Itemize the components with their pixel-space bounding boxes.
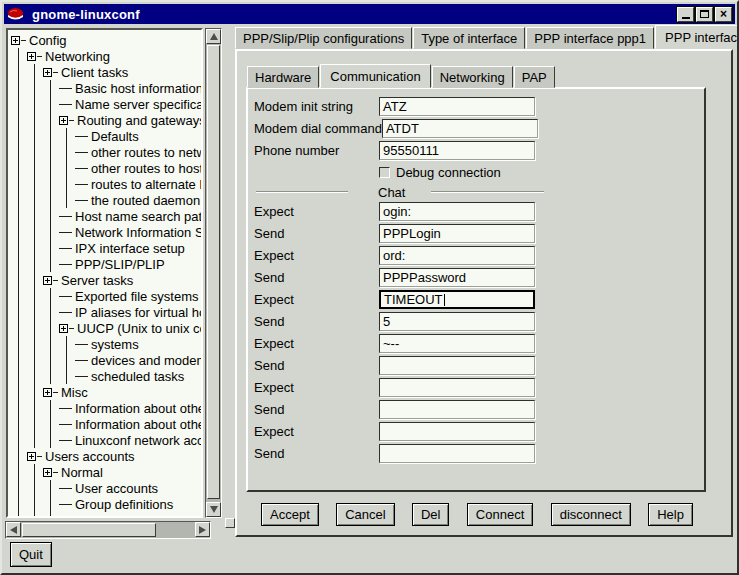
scroll-down-button[interactable] [206,502,221,517]
tree-expander-icon[interactable] [59,116,68,125]
tree-item-scheduled-tasks[interactable]: scheduled tasks [11,368,201,384]
scroll-right-button[interactable] [195,522,210,537]
field-phone-number-input[interactable]: 95550111 [379,141,535,160]
connect-button[interactable]: Connect [467,503,533,526]
tree-item-systems[interactable]: systems [11,336,201,352]
tree-item-misc[interactable]: Misc [11,384,201,400]
chat-expect-8-input[interactable] [379,378,535,397]
tree-expander-icon[interactable] [43,276,52,285]
chat-expect-2-input[interactable]: ord: [379,246,535,265]
tree-expander-icon[interactable] [27,52,36,61]
horizontal-scroll-thumb[interactable] [22,523,156,537]
tree-expander-icon[interactable] [43,68,52,77]
titlebar[interactable]: gnome-linuxconf × [4,4,735,24]
tree-expander-icon[interactable] [59,324,68,333]
tree-item-ip-aliases-for-virtual-hosts[interactable]: IP aliases for virtual hosts [11,304,201,320]
tree-item-label: UUCP (Unix to unix copy) [74,321,203,336]
close-button[interactable]: × [715,7,732,22]
config-tree[interactable]: ConfigNetworkingClient tasksBasic host i… [6,28,203,518]
tree-item-defaults[interactable]: Defaults [11,128,201,144]
tree-expander-icon[interactable] [11,36,20,45]
tree-item-routes-to-alternate-local-ne[interactable]: routes to alternate local ne [11,176,201,192]
chat-send-9-input[interactable] [379,400,535,419]
tree-indent-line [43,256,59,272]
chat-send-3-input[interactable]: PPPPassword [379,268,535,287]
tree-item-host-name-search-path[interactable]: Host name search path [11,208,201,224]
scroll-up-button[interactable] [206,29,221,44]
field-modem-dial-command-input[interactable]: ATDT [382,119,538,138]
tree-item-name-server-specification[interactable]: Name server specification ( [11,96,201,112]
tab-ppp-interface-ppp1-2[interactable]: PPP interface ppp1 [526,27,654,49]
tab-ppp-interface-ppp1-3[interactable]: PPP interface ppp1 [655,25,739,49]
minimize-button[interactable] [677,7,694,22]
scroll-left-button[interactable] [6,522,21,537]
tree-item-label: Config [26,33,67,48]
disconnect-button[interactable]: disconnect [551,503,631,526]
help-button[interactable]: Help [648,503,693,526]
chat-send-11-input[interactable] [379,444,535,463]
accept-button[interactable]: Accept [261,503,319,526]
tab-type-of-interface-1[interactable]: Type of interface [413,27,525,49]
chat-expect-10-input[interactable] [379,422,535,441]
tree-item-information-about-other-netw[interactable]: Information about other netw [11,416,201,432]
tree-indent-line [11,352,27,368]
tree-vertical-scrollbar[interactable] [205,28,222,518]
debug-connection-checkbox[interactable] [379,167,390,178]
tree-item-other-routes-to-networks[interactable]: other routes to networks [11,144,201,160]
tree-item-information-about-other-host[interactable]: Information about other host [11,400,201,416]
chat-send-7-input[interactable] [379,356,535,375]
quit-button[interactable]: Quit [10,542,52,567]
tree-item-networking[interactable]: Networking [11,48,201,64]
tree-indent-line [11,304,27,320]
subtab-pap-3[interactable]: PAP [514,66,555,88]
tree-item-devices-and-modems[interactable]: devices and modems [11,352,201,368]
tree-branch-line [75,136,88,137]
chat-send-1-input[interactable]: PPPLogin [379,224,535,243]
tree-item-exported-file-systems-nfs[interactable]: Exported file systems (NFS) [11,288,201,304]
tree-item-uucp-unix-to-unix-copy[interactable]: UUCP (Unix to unix copy) [11,320,201,336]
tree-item-network-information-system[interactable]: Network Information System [11,224,201,240]
tree-expander-icon[interactable] [43,388,52,397]
subtab-networking-2[interactable]: Networking [432,66,513,88]
subtab-hardware-0[interactable]: Hardware [247,66,319,88]
tree-item-routing-and-gateways[interactable]: Routing and gateways [11,112,201,128]
chat-send-5-input[interactable]: 5 [379,312,535,331]
tree-item-basic-host-information[interactable]: Basic host information [11,80,201,96]
chat-expect-6-input[interactable]: ~-- [379,334,535,353]
tree-item-the-routed-daemon[interactable]: the routed daemon [11,192,201,208]
chat-expect-4-input[interactable]: TIMEOUT [379,290,535,309]
field-modem-init-string-input[interactable]: ATZ [379,97,535,116]
cancel-button[interactable]: Cancel [336,503,394,526]
vertical-scroll-thumb[interactable] [207,45,220,499]
tree-indent-line [59,144,75,160]
subtab-communication-1[interactable]: Communication [320,64,430,88]
tree-item-client-tasks[interactable]: Client tasks [11,64,201,80]
tree-expander-icon[interactable] [43,468,52,477]
debug-connection-row: Debug connection [379,165,501,180]
tree-indent-line [27,432,43,448]
tree-expander-icon[interactable] [27,452,36,461]
tree-item-normal[interactable]: Normal [11,464,201,480]
tree-item-ppp-slip-plip[interactable]: PPP/SLIP/PLIP [11,256,201,272]
tree-horizontal-scrollbar[interactable] [5,521,211,539]
tree-item-other-routes-to-hosts[interactable]: other routes to hosts [11,160,201,176]
del-button[interactable]: Del [412,503,450,526]
chat-expect-4-value: TIMEOUT [384,292,443,307]
tree-item-group-definitions[interactable]: Group definitions [11,496,201,512]
tree-item-change-root-password[interactable]: Change root password [11,512,201,518]
tree-item-config[interactable]: Config [11,32,201,48]
chat-expect-8-label: Expect [254,380,379,395]
tree-item-ipx-interface-setup[interactable]: IPX interface setup [11,240,201,256]
tab-ppp-slip-plip-configurations-0[interactable]: PPP/Slip/Plip configurations [235,27,412,49]
tree-item-linuxconf-network-access[interactable]: Linuxconf network access [11,432,201,448]
tree-item-label: devices and modems [88,353,203,368]
tree-item-server-tasks[interactable]: Server tasks [11,272,201,288]
tree-indent-line [27,352,43,368]
maximize-button[interactable] [696,7,713,22]
pane-resize-handle[interactable] [225,518,235,528]
tree-item-user-accounts[interactable]: User accounts [11,480,201,496]
chat-send-11-label: Send [254,446,379,461]
chat-expect-0-input[interactable]: ogin: [379,202,535,221]
tree-item-users-accounts[interactable]: Users accounts [11,448,201,464]
chat-send-9-label: Send [254,402,379,417]
